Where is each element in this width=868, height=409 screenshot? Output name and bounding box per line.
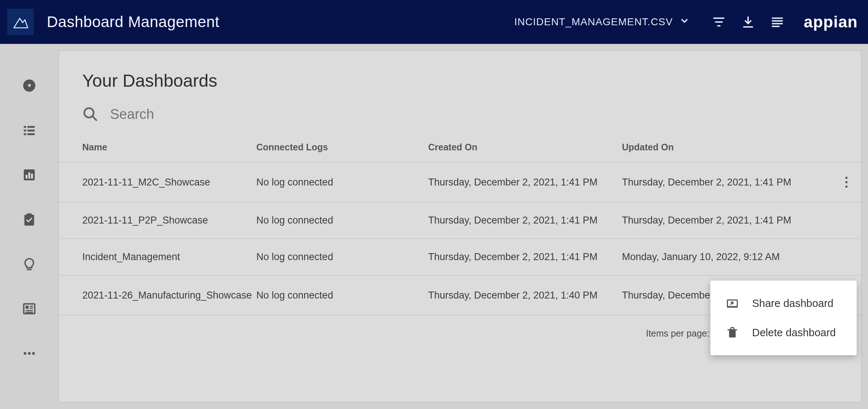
cell-logs: No log connected (256, 202, 428, 239)
menu-item-label: Delete dashboard (752, 327, 836, 339)
dashboard-card: Your Dashboards Name Connected Logs Crea… (59, 50, 861, 402)
menu-icon (771, 15, 784, 29)
col-header-name[interactable]: Name (59, 142, 256, 162)
compass-icon (22, 78, 37, 93)
svg-point-15 (24, 352, 26, 354)
cell-created: Thursday, December 2, 2021, 1:40 PM (428, 275, 622, 315)
news-icon (22, 301, 37, 316)
svg-point-17 (32, 352, 35, 354)
bar-chart-icon (22, 168, 37, 182)
mountain-icon (12, 13, 29, 31)
svg-rect-14 (26, 306, 29, 309)
brand-logo: appian (804, 13, 858, 31)
svg-rect-26 (729, 330, 736, 338)
menu-item-label: Share dashboard (752, 297, 834, 309)
filter-button[interactable] (712, 15, 726, 29)
clipboard-icon (22, 212, 37, 227)
trash-icon (725, 326, 740, 339)
search-row (59, 106, 861, 142)
svg-rect-4 (27, 130, 35, 131)
list-icon (22, 123, 37, 138)
items-per-page-label: Items per page: (646, 328, 710, 339)
download-icon (741, 15, 755, 29)
svg-rect-1 (24, 126, 26, 128)
svg-rect-10 (31, 174, 33, 179)
cell-updated: Thursday, December 2, 2021, 1:41 PM (622, 162, 832, 202)
svg-rect-12 (27, 213, 31, 216)
cell-name: 2021-11-11_M2C_Showcase (59, 162, 256, 202)
cell-updated: Monday, January 10, 2022, 9:12 AM (622, 239, 832, 275)
app-logo[interactable] (7, 9, 34, 35)
svg-point-21 (845, 185, 848, 188)
search-icon (82, 106, 98, 122)
workspace: Your Dashboards Name Connected Logs Crea… (0, 44, 868, 409)
filter-icon (712, 15, 725, 29)
file-picker[interactable]: INCIDENT_MANAGEMENT.CSV (514, 16, 690, 29)
svg-point-20 (845, 181, 848, 183)
svg-rect-9 (29, 172, 30, 179)
svg-point-16 (28, 352, 30, 354)
svg-rect-2 (27, 126, 35, 128)
cell-created: Thursday, December 2, 2021, 1:41 PM (428, 162, 622, 202)
bulb-icon (22, 257, 37, 271)
nav-chart[interactable] (21, 167, 37, 183)
cell-created: Thursday, December 2, 2021, 1:41 PM (428, 202, 622, 239)
nav-news[interactable] (21, 301, 37, 317)
col-header-logs[interactable]: Connected Logs (256, 142, 428, 162)
table-row[interactable]: Incident_Management No log connected Thu… (59, 239, 861, 275)
table-row[interactable]: 2021-11-11_M2C_Showcase No log connected… (59, 162, 861, 202)
nav-ideas[interactable] (21, 256, 37, 272)
cell-logs: No log connected (256, 162, 428, 202)
share-icon (725, 297, 740, 310)
col-header-created[interactable]: Created On (428, 142, 622, 162)
svg-rect-8 (26, 175, 27, 179)
nav-more[interactable] (21, 345, 37, 361)
app-header: Dashboard Management INCIDENT_MANAGEMENT… (0, 0, 868, 44)
delete-dashboard-item[interactable]: Delete dashboard (710, 318, 857, 347)
svg-rect-5 (24, 133, 26, 135)
table-row[interactable]: 2021-11-11_P2P_Showcase No log connected… (59, 202, 861, 239)
cell-name: 2021-11-11_P2P_Showcase (59, 202, 256, 239)
dots-horizontal-icon (22, 346, 37, 361)
dots-vertical-icon (845, 176, 848, 188)
cell-name: Incident_Management (59, 239, 256, 275)
svg-point-19 (845, 177, 848, 179)
svg-rect-3 (24, 130, 26, 131)
search-input[interactable] (110, 106, 329, 122)
share-dashboard-item[interactable]: Share dashboard (710, 289, 857, 318)
row-context-menu: Share dashboard Delete dashboard (710, 281, 857, 355)
cell-logs: No log connected (256, 239, 428, 275)
menu-button[interactable] (770, 15, 785, 29)
nav-list[interactable] (21, 122, 37, 138)
left-nav-rail (0, 44, 59, 409)
nav-tasks[interactable] (21, 211, 37, 228)
row-actions-button[interactable] (839, 175, 854, 190)
svg-rect-6 (27, 133, 35, 135)
cell-logs: No log connected (256, 275, 428, 315)
file-picker-label: INCIDENT_MANAGEMENT.CSV (514, 16, 673, 28)
chevron-down-icon (679, 16, 690, 29)
download-button[interactable] (741, 15, 755, 29)
cell-updated: Thursday, December 2, 2021, 1:41 PM (622, 202, 832, 239)
card-title: Your Dashboards (59, 71, 861, 106)
cell-created: Thursday, December 2, 2021, 1:41 PM (428, 239, 622, 275)
col-header-updated[interactable]: Updated On (622, 142, 832, 162)
page-title: Dashboard Management (47, 13, 219, 31)
cell-name: 2021-11-26_Manufacturing_Showcase (59, 275, 256, 315)
nav-explore[interactable] (21, 78, 37, 94)
